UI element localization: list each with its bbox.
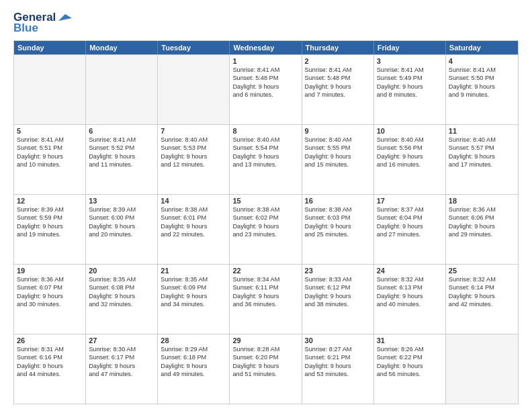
day-info: Sunrise: 8:36 AM Sunset: 6:06 PM Dayligh… [449,206,496,238]
day-cell-29: 29Sunrise: 8:28 AM Sunset: 6:20 PM Dayli… [230,334,302,404]
day-number: 26 [17,336,83,345]
empty-cell [158,55,230,124]
day-number: 9 [305,127,371,135]
svg-marker-0 [58,14,72,21]
day-cell-19: 19Sunrise: 8:36 AM Sunset: 6:07 PM Dayli… [14,265,86,334]
day-cell-27: 27Sunrise: 8:30 AM Sunset: 6:17 PM Dayli… [86,334,158,404]
day-number: 2 [305,57,371,65]
day-cell-6: 6Sunrise: 8:41 AM Sunset: 5:52 PM Daylig… [86,125,158,194]
week-row-1: 1Sunrise: 8:41 AM Sunset: 5:48 PM Daylig… [14,54,518,124]
day-info: Sunrise: 8:32 AM Sunset: 6:13 PM Dayligh… [377,276,424,308]
day-cell-3: 3Sunrise: 8:41 AM Sunset: 5:49 PM Daylig… [374,55,446,124]
week-row-4: 19Sunrise: 8:36 AM Sunset: 6:07 PM Dayli… [14,264,518,334]
day-cell-17: 17Sunrise: 8:37 AM Sunset: 6:04 PM Dayli… [374,195,446,264]
day-info: Sunrise: 8:40 AM Sunset: 5:54 PM Dayligh… [232,136,279,168]
day-number: 16 [305,197,371,205]
day-info: Sunrise: 8:40 AM Sunset: 5:55 PM Dayligh… [305,136,352,168]
empty-cell [86,55,158,124]
day-info: Sunrise: 8:33 AM Sunset: 6:12 PM Dayligh… [305,276,352,308]
day-cell-25: 25Sunrise: 8:32 AM Sunset: 6:14 PM Dayli… [446,265,518,334]
day-info: Sunrise: 8:41 AM Sunset: 5:48 PM Dayligh… [305,66,352,98]
day-number: 21 [161,267,226,275]
day-number: 11 [449,127,515,135]
day-cell-21: 21Sunrise: 8:35 AM Sunset: 6:09 PM Dayli… [158,265,230,334]
day-number: 24 [377,267,443,275]
day-cell-5: 5Sunrise: 8:41 AM Sunset: 5:51 PM Daylig… [14,125,86,194]
day-info: Sunrise: 8:41 AM Sunset: 5:52 PM Dayligh… [89,136,136,168]
day-info: Sunrise: 8:35 AM Sunset: 6:08 PM Dayligh… [89,276,136,308]
day-number: 23 [305,267,371,275]
day-number: 8 [232,127,298,135]
day-cell-16: 16Sunrise: 8:38 AM Sunset: 6:03 PM Dayli… [302,195,374,264]
day-info: Sunrise: 8:41 AM Sunset: 5:48 PM Dayligh… [232,66,279,98]
day-info: Sunrise: 8:29 AM Sunset: 6:18 PM Dayligh… [161,346,208,377]
day-cell-24: 24Sunrise: 8:32 AM Sunset: 6:13 PM Dayli… [374,265,446,334]
empty-cell [446,334,518,404]
day-header-tuesday: Tuesday [158,41,230,54]
day-cell-7: 7Sunrise: 8:40 AM Sunset: 5:53 PM Daylig… [158,125,230,194]
day-number: 6 [89,127,154,135]
day-info: Sunrise: 8:38 AM Sunset: 6:03 PM Dayligh… [305,206,352,238]
day-cell-2: 2Sunrise: 8:41 AM Sunset: 5:48 PM Daylig… [302,55,374,124]
day-cell-23: 23Sunrise: 8:33 AM Sunset: 6:12 PM Dayli… [302,265,374,334]
logo-blue: Blue [13,21,38,35]
day-info: Sunrise: 8:39 AM Sunset: 5:59 PM Dayligh… [17,206,64,238]
day-number: 25 [449,267,515,275]
day-info: Sunrise: 8:40 AM Sunset: 5:57 PM Dayligh… [449,136,496,168]
day-header-saturday: Saturday [446,41,518,54]
day-cell-28: 28Sunrise: 8:29 AM Sunset: 6:18 PM Dayli… [158,334,230,404]
day-number: 4 [449,57,515,65]
week-row-5: 26Sunrise: 8:31 AM Sunset: 6:16 PM Dayli… [14,334,518,404]
logo: General Blue [13,11,72,35]
day-number: 30 [305,336,371,345]
day-number: 28 [161,336,226,345]
day-cell-1: 1Sunrise: 8:41 AM Sunset: 5:48 PM Daylig… [230,55,302,124]
day-number: 12 [17,197,83,205]
day-number: 20 [89,267,154,275]
day-cell-11: 11Sunrise: 8:40 AM Sunset: 5:57 PM Dayli… [446,125,518,194]
day-number: 18 [449,197,515,205]
day-info: Sunrise: 8:30 AM Sunset: 6:17 PM Dayligh… [89,346,136,377]
day-number: 13 [89,197,154,205]
day-number: 3 [377,57,443,65]
day-header-friday: Friday [374,41,446,54]
day-cell-12: 12Sunrise: 8:39 AM Sunset: 5:59 PM Dayli… [14,195,86,264]
day-header-sunday: Sunday [14,41,86,54]
day-cell-18: 18Sunrise: 8:36 AM Sunset: 6:06 PM Dayli… [446,195,518,264]
day-number: 10 [377,127,443,135]
day-cell-15: 15Sunrise: 8:38 AM Sunset: 6:02 PM Dayli… [230,195,302,264]
day-info: Sunrise: 8:35 AM Sunset: 6:09 PM Dayligh… [161,276,208,308]
day-info: Sunrise: 8:34 AM Sunset: 6:11 PM Dayligh… [232,276,279,308]
day-number: 27 [89,336,154,345]
week-row-3: 12Sunrise: 8:39 AM Sunset: 5:59 PM Dayli… [14,194,518,264]
day-number: 15 [232,197,298,205]
day-number: 22 [232,267,298,275]
day-info: Sunrise: 8:36 AM Sunset: 6:07 PM Dayligh… [17,276,64,308]
day-number: 5 [17,127,83,135]
empty-cell [14,55,86,124]
day-cell-8: 8Sunrise: 8:40 AM Sunset: 5:54 PM Daylig… [230,125,302,194]
day-cell-20: 20Sunrise: 8:35 AM Sunset: 6:08 PM Dayli… [86,265,158,334]
day-number: 14 [161,197,226,205]
day-number: 29 [232,336,298,345]
day-header-wednesday: Wednesday [230,41,302,54]
week-row-2: 5Sunrise: 8:41 AM Sunset: 5:51 PM Daylig… [14,124,518,194]
day-info: Sunrise: 8:32 AM Sunset: 6:14 PM Dayligh… [449,276,496,308]
day-info: Sunrise: 8:37 AM Sunset: 6:04 PM Dayligh… [377,206,424,238]
calendar-header: SundayMondayTuesdayWednesdayThursdayFrid… [14,41,518,54]
calendar: SundayMondayTuesdayWednesdayThursdayFrid… [13,40,519,404]
day-header-monday: Monday [86,41,158,54]
day-cell-26: 26Sunrise: 8:31 AM Sunset: 6:16 PM Dayli… [14,334,86,404]
day-info: Sunrise: 8:38 AM Sunset: 6:02 PM Dayligh… [232,206,279,238]
day-cell-10: 10Sunrise: 8:40 AM Sunset: 5:56 PM Dayli… [374,125,446,194]
day-cell-30: 30Sunrise: 8:27 AM Sunset: 6:21 PM Dayli… [302,334,374,404]
day-cell-4: 4Sunrise: 8:41 AM Sunset: 5:50 PM Daylig… [446,55,518,124]
day-number: 17 [377,197,443,205]
day-info: Sunrise: 8:31 AM Sunset: 6:16 PM Dayligh… [17,346,64,377]
day-number: 7 [161,127,226,135]
day-cell-22: 22Sunrise: 8:34 AM Sunset: 6:11 PM Dayli… [230,265,302,334]
day-cell-31: 31Sunrise: 8:26 AM Sunset: 6:22 PM Dayli… [374,334,446,404]
header: General Blue [13,11,519,35]
day-info: Sunrise: 8:26 AM Sunset: 6:22 PM Dayligh… [377,346,424,377]
day-number: 1 [232,57,298,65]
